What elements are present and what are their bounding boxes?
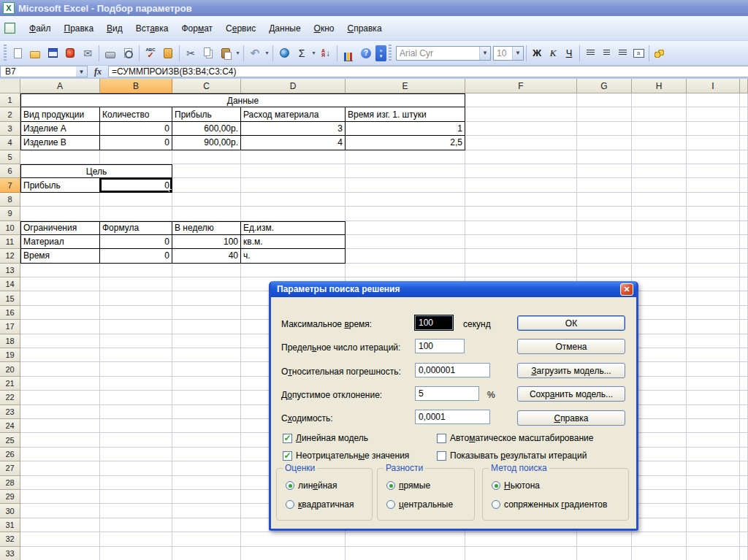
grid-cell[interactable]: [740, 461, 748, 475]
grid-cell[interactable]: [740, 136, 748, 150]
grid-cell[interactable]: [687, 532, 740, 546]
row-header-4[interactable]: 4: [0, 136, 20, 150]
grid-cell[interactable]: [687, 334, 740, 348]
column-header-partial[interactable]: [740, 79, 748, 93]
grid-cell[interactable]: [687, 221, 740, 235]
row-header-29[interactable]: 29: [0, 490, 20, 504]
grid-cell[interactable]: Количество: [100, 107, 172, 121]
grid-cell[interactable]: ч.: [241, 249, 346, 263]
row-header-30[interactable]: 30: [0, 504, 20, 518]
grid-cell[interactable]: [465, 532, 577, 546]
grid-cell[interactable]: [241, 178, 346, 192]
max-time-input[interactable]: 100: [415, 315, 453, 330]
print-preview-icon[interactable]: [119, 45, 137, 62]
grid-cell[interactable]: [740, 221, 748, 235]
grid-cell[interactable]: [687, 264, 740, 277]
grid-cell[interactable]: [20, 518, 100, 532]
grid-cell[interactable]: [172, 448, 241, 461]
grid-cell[interactable]: [577, 164, 632, 178]
grid-cell[interactable]: Материал: [20, 235, 100, 249]
grid-cell[interactable]: [465, 122, 577, 136]
grid-cell[interactable]: [632, 405, 687, 419]
grid-cell[interactable]: 3: [241, 122, 346, 136]
row-header-25[interactable]: 25: [0, 433, 20, 447]
grid-cell[interactable]: [740, 93, 748, 107]
name-box[interactable]: B7 ▼: [0, 66, 88, 77]
grid-cell[interactable]: Ед.изм.: [241, 221, 346, 235]
align-right-icon[interactable]: [614, 45, 630, 61]
auto-scaling-checkbox[interactable]: Автоматическое масштабирование: [437, 433, 593, 443]
grid-cell[interactable]: [577, 547, 632, 560]
grid-cell[interactable]: [577, 136, 632, 150]
help-button[interactable]: Справка: [517, 410, 625, 426]
grid-cell[interactable]: [20, 547, 100, 560]
grid-cell[interactable]: [465, 178, 577, 192]
grid-cell[interactable]: [20, 448, 100, 461]
align-center-icon[interactable]: [598, 45, 614, 61]
grid-cell[interactable]: [740, 547, 748, 560]
grid-cell[interactable]: [740, 504, 748, 518]
grid-cell[interactable]: Изделие В: [20, 136, 100, 150]
grid-cell[interactable]: 100: [172, 235, 241, 249]
close-icon[interactable]: ✕: [620, 283, 633, 296]
row-header-32[interactable]: 32: [0, 532, 20, 546]
dropdown-arrow-icon[interactable]: ▾: [310, 50, 317, 56]
grid-cell[interactable]: [687, 235, 740, 249]
grid-cell[interactable]: [172, 377, 241, 391]
grid-cell[interactable]: [20, 150, 100, 164]
grid-cell[interactable]: [100, 532, 172, 546]
dialog-title-bar[interactable]: Параметры поиска решения ✕: [271, 281, 636, 297]
font-size-select[interactable]: 10 ▼: [493, 46, 524, 61]
grid-cell[interactable]: [687, 291, 740, 305]
row-header-27[interactable]: 27: [0, 461, 20, 475]
new-document-icon[interactable]: [9, 45, 26, 62]
grid-cell[interactable]: [172, 150, 241, 164]
grid-cell[interactable]: [632, 193, 687, 207]
grid-cell[interactable]: [687, 490, 740, 504]
grid-cell[interactable]: [100, 362, 172, 376]
row-header-18[interactable]: 18: [0, 334, 20, 348]
underline-button[interactable]: Ч: [561, 45, 577, 61]
grid-cell[interactable]: [465, 547, 577, 560]
grid-cell[interactable]: [687, 448, 740, 461]
dropdown-arrow-icon[interactable]: ▾: [264, 50, 270, 56]
grid-cell[interactable]: [20, 291, 100, 305]
menu-insert[interactable]: Вставка: [129, 20, 175, 37]
grid-cell[interactable]: [577, 221, 632, 235]
grid-cell[interactable]: [100, 377, 172, 391]
grid-cell[interactable]: [687, 405, 740, 419]
grid-cell[interactable]: [632, 490, 687, 504]
undo-icon[interactable]: [246, 45, 264, 62]
italic-button[interactable]: К: [545, 45, 561, 61]
grid-cell[interactable]: [172, 277, 241, 291]
workbook-icon[interactable]: [4, 23, 15, 34]
grid-cell[interactable]: [740, 433, 748, 447]
method-conjugate-radio[interactable]: сопряженных градиентов: [492, 499, 607, 510]
grid-cell[interactable]: [172, 391, 241, 404]
grid-cell[interactable]: [100, 264, 172, 277]
grid-cell[interactable]: [241, 264, 346, 277]
grid-cell[interactable]: [632, 150, 687, 164]
grid-cell[interactable]: [577, 532, 632, 546]
grid-cell[interactable]: [632, 391, 687, 404]
spelling-icon[interactable]: [142, 45, 159, 62]
grid-cell[interactable]: [100, 433, 172, 447]
column-header-C[interactable]: C: [172, 79, 241, 93]
grid-cell[interactable]: 0: [100, 235, 172, 249]
name-box-dropdown-icon[interactable]: ▼: [76, 66, 87, 77]
grid-cell[interactable]: [577, 207, 632, 220]
grid-cell[interactable]: [632, 362, 687, 376]
selected-cell[interactable]: 0: [100, 178, 172, 192]
grid-cell[interactable]: [740, 291, 748, 305]
paste-icon[interactable]: [217, 45, 234, 62]
row-header-23[interactable]: 23: [0, 405, 20, 419]
grid-cell[interactable]: 4: [241, 136, 346, 150]
grid-cell[interactable]: [577, 264, 632, 277]
grid-cell[interactable]: [632, 547, 687, 560]
research-icon[interactable]: [159, 45, 177, 62]
toolbar-handle[interactable]: [389, 45, 392, 62]
grid-cell[interactable]: [577, 107, 632, 121]
grid-cell[interactable]: [632, 277, 687, 291]
grid-cell[interactable]: [687, 193, 740, 207]
precision-input[interactable]: 0,000001: [415, 363, 490, 377]
